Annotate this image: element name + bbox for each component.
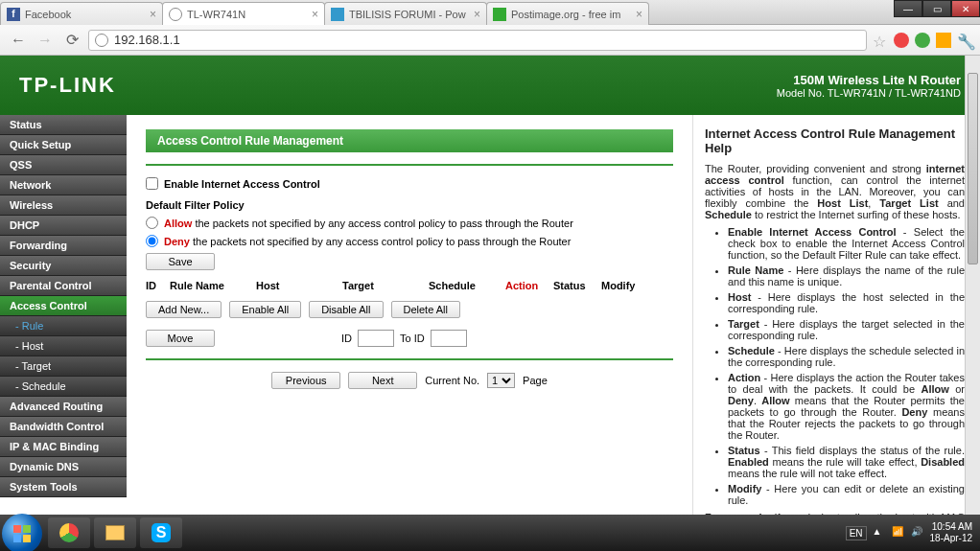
save-button[interactable]: Save	[146, 253, 215, 270]
ext-icon-3[interactable]	[936, 33, 951, 48]
maximize-button[interactable]: ▭	[922, 0, 951, 17]
back-button[interactable]: ←	[8, 30, 29, 51]
sidebar-item-system-tools[interactable]: System Tools	[0, 477, 127, 497]
close-icon[interactable]: ×	[150, 8, 156, 21]
ext-icon-2[interactable]	[915, 33, 930, 48]
toid-label: To ID	[400, 333, 425, 344]
forward-button[interactable]: →	[35, 30, 56, 51]
help-item: Enable Internet Access Control - Select …	[728, 226, 965, 261]
tab-postimage[interactable]: Postimage.org - free im×	[486, 2, 649, 25]
sidebar: Status Quick Setup QSS Network Wireless …	[0, 115, 127, 516]
sidebar-item-parental[interactable]: Parental Control	[0, 276, 127, 296]
ext-icon-1[interactable]	[894, 33, 909, 48]
tray-lang[interactable]: EN	[846, 526, 867, 540]
flag-icon[interactable]: ▲	[873, 526, 886, 540]
tab-label: Facebook	[25, 9, 71, 20]
router-model: Model No. TL-WR741N / TL-WR741ND	[777, 87, 961, 99]
id-label: ID	[341, 333, 352, 344]
next-button[interactable]: Next	[348, 372, 417, 389]
sidebar-sub-target[interactable]: - Target	[0, 356, 127, 377]
start-button[interactable]	[2, 514, 42, 551]
deny-radio[interactable]	[146, 235, 158, 247]
router-banner: TP-LINK 150M Wireless Lite N Router Mode…	[0, 56, 980, 115]
help-item: Modify - Here you can edit or delete an …	[728, 483, 965, 506]
enable-label: Enable Internet Access Control	[164, 178, 320, 190]
taskbar-app-explorer[interactable]	[94, 517, 136, 548]
url-bar[interactable]: 192.168.1.1	[88, 30, 867, 51]
help-item: Schedule - Here displays the schedule se…	[728, 345, 965, 368]
sidebar-item-bandwidth[interactable]: Bandwidth Control	[0, 417, 127, 437]
th-modify: Modify	[601, 280, 635, 291]
sidebar-sub-schedule[interactable]: - Schedule	[0, 377, 127, 397]
allow-label: Allow the packets not specified by any a…	[164, 218, 573, 229]
browser-tabstrip: fFacebook× TL-WR741N× TBILISIS FORUMI - …	[0, 0, 980, 25]
scrollbar[interactable]	[965, 56, 980, 515]
sidebar-sub-host[interactable]: - Host	[0, 336, 127, 356]
help-item: Target - Here displays the target select…	[728, 318, 965, 341]
tray-clock[interactable]: 10:54 AM18-Apr-12	[930, 521, 972, 544]
th-target: Target	[342, 280, 429, 291]
divider	[146, 164, 673, 166]
sidebar-item-ipmac[interactable]: IP & MAC Binding	[0, 437, 127, 457]
taskbar-app-chrome[interactable]	[48, 517, 90, 548]
enable-all-button[interactable]: Enable All	[229, 301, 301, 318]
sidebar-sub-rule[interactable]: - Rule	[0, 316, 127, 336]
help-item: Host - Here displays the host selected i…	[728, 291, 965, 314]
help-item: Rule Name - Here displays the name of th…	[728, 264, 965, 287]
disable-all-button[interactable]: Disable All	[309, 301, 383, 318]
tab-tplink[interactable]: TL-WR741N×	[162, 2, 325, 25]
tplink-logo: TP-LINK	[19, 73, 116, 98]
tab-facebook[interactable]: fFacebook×	[0, 2, 163, 25]
volume-icon[interactable]: 🔊	[911, 526, 924, 540]
sidebar-item-quick-setup[interactable]: Quick Setup	[0, 135, 127, 155]
help-panel: Internet Access Control Rule Management …	[692, 115, 980, 516]
previous-button[interactable]: Previous	[271, 372, 340, 389]
sidebar-item-qss[interactable]: QSS	[0, 155, 127, 175]
wrench-icon[interactable]: 🔧	[957, 33, 972, 48]
th-status: Status	[553, 280, 601, 291]
close-icon[interactable]: ×	[312, 8, 318, 21]
th-id: ID	[146, 280, 170, 291]
sidebar-item-ddns[interactable]: Dynamic DNS	[0, 457, 127, 477]
reload-button[interactable]: ⟳	[61, 30, 82, 51]
close-icon[interactable]: ×	[636, 8, 642, 21]
svg-rect-0	[13, 525, 21, 533]
scroll-thumb[interactable]	[968, 73, 978, 264]
svg-rect-2	[13, 535, 21, 542]
sidebar-item-network[interactable]: Network	[0, 175, 127, 195]
tab-label: TL-WR741N	[187, 9, 245, 20]
close-window-button[interactable]: ✕	[951, 0, 980, 17]
current-no-label: Current No.	[425, 375, 479, 386]
minimize-button[interactable]: —	[894, 0, 922, 17]
page-title: Access Control Rule Management	[146, 129, 673, 152]
toid-input[interactable]	[431, 330, 467, 347]
sidebar-item-advanced-routing[interactable]: Advanced Routing	[0, 397, 127, 417]
star-icon[interactable]: ☆	[873, 33, 888, 48]
add-new-button[interactable]: Add New...	[146, 301, 222, 318]
network-icon[interactable]: 📶	[892, 526, 905, 540]
delete-all-button[interactable]: Delete All	[391, 301, 460, 318]
browser-toolbar: ← → ⟳ 192.168.1.1 ☆ 🔧	[0, 25, 980, 56]
policy-heading: Default Filter Policy	[146, 199, 673, 211]
th-rule: Rule Name	[170, 280, 256, 291]
th-schedule: Schedule	[429, 280, 505, 291]
close-icon[interactable]: ×	[474, 8, 480, 21]
allow-radio[interactable]	[146, 217, 158, 229]
sidebar-item-wireless[interactable]: Wireless	[0, 195, 127, 216]
sidebar-item-access-control[interactable]: Access Control	[0, 296, 127, 316]
sidebar-item-security[interactable]: Security	[0, 256, 127, 276]
svg-rect-3	[23, 535, 31, 542]
router-title: 150M Wireless Lite N Router	[777, 73, 961, 87]
sidebar-item-dhcp[interactable]: DHCP	[0, 216, 127, 236]
move-button[interactable]: Move	[146, 330, 215, 347]
th-action: Action	[505, 280, 553, 291]
id-input[interactable]	[358, 330, 394, 347]
tab-forum[interactable]: TBILISIS FORUMI - Pow×	[324, 2, 487, 25]
table-header: ID Rule Name Host Target Schedule Action…	[146, 276, 673, 295]
enable-checkbox[interactable]	[146, 177, 158, 190]
taskbar-app-skype[interactable]: S	[140, 517, 182, 548]
sidebar-item-status[interactable]: Status	[0, 115, 127, 135]
sidebar-item-forwarding[interactable]: Forwarding	[0, 236, 127, 256]
system-tray[interactable]: EN ▲ 📶 🔊 10:54 AM18-Apr-12	[846, 521, 980, 544]
page-select[interactable]: 1	[487, 373, 515, 388]
